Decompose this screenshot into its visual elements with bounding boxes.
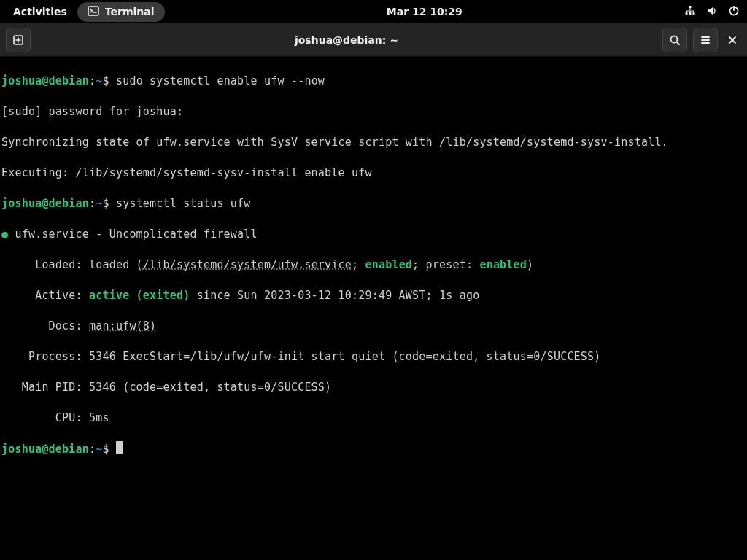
volume-icon[interactable] <box>706 5 718 19</box>
activities-button[interactable]: Activities <box>7 3 73 20</box>
terminal-line: [sudo] password for joshua: <box>1 104 746 120</box>
terminal-line: joshua@debian:~$ sudo systemctl enable u… <box>1 74 746 89</box>
prompt-colon: : <box>89 74 96 88</box>
gnome-topbar: Activities Terminal Mar 12 10:29 <box>0 0 747 23</box>
prompt-user-host: joshua@debian <box>1 197 89 210</box>
close-button[interactable] <box>724 31 741 49</box>
enabled-state: enabled <box>365 258 412 271</box>
preset-state: enabled <box>479 258 527 271</box>
shell-command: sudo systemctl enable ufw --now <box>116 74 325 88</box>
terminal-line: Docs: man:ufw(8) <box>1 319 746 334</box>
prompt-dollar: $ <box>102 197 115 210</box>
search-button[interactable] <box>662 28 687 52</box>
terminal-line: Synchronizing state of ufw.service with … <box>1 135 746 150</box>
active-label: Active: <box>1 289 89 302</box>
active-app-label: Terminal <box>105 6 155 18</box>
svg-rect-4 <box>693 12 695 15</box>
prompt-user-host: joshua@debian <box>1 74 89 88</box>
prompt-colon: : <box>89 197 96 210</box>
prompt-user-host: joshua@debian <box>1 443 89 456</box>
clock[interactable]: Mar 12 10:29 <box>387 6 462 18</box>
active-since: since Sun 2023-03-12 10:29:49 AWST; 1s a… <box>190 289 479 302</box>
hamburger-menu-button[interactable] <box>693 28 718 52</box>
terminal-line: ● ufw.service - Uncomplicated firewall <box>1 227 746 242</box>
svg-rect-2 <box>686 12 688 15</box>
service-file-link[interactable]: /lib/systemd/system/ufw.service <box>143 258 352 271</box>
topbar-left: Activities Terminal <box>7 2 165 22</box>
active-state: active (exited) <box>89 289 190 302</box>
prompt-dollar: $ <box>102 74 115 88</box>
topbar-right <box>684 5 740 19</box>
docs-label: Docs: <box>1 319 89 332</box>
terminal-viewport[interactable]: joshua@debian:~$ sudo systemctl enable u… <box>0 57 747 474</box>
svg-rect-3 <box>689 12 692 15</box>
active-app-pill[interactable]: Terminal <box>77 2 165 22</box>
terminal-line: CPU: 5ms <box>1 411 746 426</box>
terminal-headerbar: joshua@debian: ~ <box>0 23 747 57</box>
man-page-link[interactable]: man:ufw(8) <box>89 319 156 332</box>
svg-point-7 <box>671 36 678 42</box>
service-name: ufw.service - Uncomplicated firewall <box>15 228 257 241</box>
power-icon[interactable] <box>728 5 740 19</box>
window-title: joshua@debian: ~ <box>295 34 398 46</box>
prompt-colon: : <box>89 443 96 456</box>
network-icon[interactable] <box>684 5 696 19</box>
terminal-line: Process: 5346 ExecStart=/lib/ufw/ufw-ini… <box>1 349 746 365</box>
terminal-line: joshua@debian:~$ <box>1 441 746 457</box>
prompt-dollar: $ <box>102 443 115 456</box>
terminal-line: Active: active (exited) since Sun 2023-0… <box>1 288 746 303</box>
terminal-line: Main PID: 5346 (code=exited, status=0/SU… <box>1 380 746 395</box>
cursor <box>116 441 123 454</box>
svg-rect-0 <box>88 7 98 15</box>
terminal-line: Executing: /lib/systemd/systemd-sysv-ins… <box>1 166 746 181</box>
terminal-line: Loaded: loaded (/lib/systemd/system/ufw.… <box>1 257 746 273</box>
terminal-line: joshua@debian:~$ systemctl status ufw <box>1 196 746 211</box>
shell-command: systemctl status ufw <box>116 197 251 210</box>
new-tab-button[interactable] <box>6 28 31 52</box>
status-bullet-icon: ● <box>1 228 15 241</box>
loaded-label: Loaded: loaded ( <box>1 258 143 271</box>
svg-rect-1 <box>689 6 692 8</box>
terminal-icon <box>88 5 99 19</box>
headerbar-right <box>662 28 741 52</box>
